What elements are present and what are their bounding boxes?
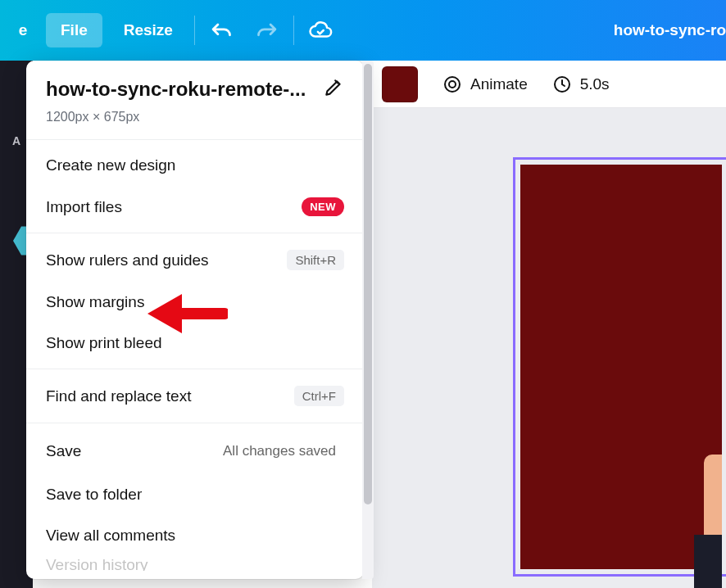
dropdown-header: how-to-sync-roku-remote-... 1200px × 675… — [26, 61, 364, 140]
pencil-icon — [323, 77, 344, 98]
menu-label: Import files — [46, 198, 302, 216]
menu-show-rulers[interactable]: Show rulers and guides Shift+R — [26, 238, 364, 282]
background-color-swatch[interactable] — [382, 66, 418, 102]
design-background[interactable] — [520, 165, 722, 569]
home-menu-button[interactable]: e — [8, 12, 38, 48]
clock-icon — [552, 75, 572, 94]
menu-save-to-folder[interactable]: Save to folder — [26, 474, 364, 515]
keyboard-shortcut: Ctrl+F — [294, 386, 344, 406]
document-title[interactable]: how-to-sync-ro — [599, 0, 726, 61]
toolbar-divider-2 — [293, 16, 294, 45]
new-badge: NEW — [302, 197, 344, 216]
menu-create-new-design[interactable]: Create new design — [26, 145, 364, 186]
home-glyph: e — [19, 21, 28, 39]
toolbar-divider — [194, 16, 195, 45]
menu-version-history[interactable]: Version history — [26, 556, 364, 571]
menu-label: Show rulers and guides — [46, 251, 287, 269]
menu-label: Find and replace text — [46, 387, 294, 405]
keyboard-shortcut: Shift+R — [287, 250, 344, 270]
svg-point-1 — [449, 81, 456, 88]
save-status: All changes saved — [215, 440, 344, 463]
menu-label: Version history — [46, 556, 344, 571]
resize-menu-button[interactable]: Resize — [109, 13, 188, 47]
menu-find-replace[interactable]: Find and replace text Ctrl+F — [26, 374, 364, 418]
top-bar: e File Resize how-to-sync-ro — [0, 0, 726, 61]
menu-label: Create new design — [46, 156, 344, 174]
illustration-suit — [694, 535, 722, 588]
design-name[interactable]: how-to-sync-roku-remote-... — [46, 78, 308, 101]
file-label: File — [61, 21, 88, 39]
duration-label: 5.0s — [580, 75, 610, 93]
redo-icon — [256, 19, 279, 42]
animate-icon — [442, 75, 462, 94]
secondary-toolbar: Animate 5.0s — [372, 61, 726, 108]
svg-point-0 — [445, 77, 460, 92]
menu-save[interactable]: Save All changes saved — [26, 428, 364, 474]
menu-label: Save to folder — [46, 486, 344, 504]
dropdown-scrollbar[interactable] — [362, 61, 374, 579]
sidebar-letter: A — [12, 134, 20, 147]
animate-label: Animate — [470, 75, 528, 93]
undo-icon — [210, 19, 233, 42]
resize-label: Resize — [124, 21, 173, 39]
document-title-text: how-to-sync-ro — [614, 21, 726, 39]
menu-label: View all comments — [46, 527, 344, 545]
scrollbar-thumb[interactable] — [364, 64, 372, 504]
menu-import-files[interactable]: Import files NEW — [26, 186, 364, 228]
menu-show-margins[interactable]: Show margins — [26, 282, 364, 323]
design-selection-frame[interactable] — [513, 157, 726, 577]
undo-button[interactable] — [203, 12, 239, 48]
cloud-check-icon — [308, 18, 333, 43]
file-dropdown-menu: how-to-sync-roku-remote-... 1200px × 675… — [26, 61, 364, 579]
rename-button[interactable] — [323, 77, 344, 102]
cloud-sync-button[interactable] — [302, 12, 338, 48]
menu-show-print-bleed[interactable]: Show print bleed — [26, 323, 364, 364]
menu-label: Save — [46, 442, 215, 460]
menu-label: Show margins — [46, 293, 344, 311]
menu-label: Show print bleed — [46, 334, 344, 352]
design-dimensions: 1200px × 675px — [46, 110, 344, 124]
menu-view-comments[interactable]: View all comments — [26, 515, 364, 556]
canvas-area[interactable] — [372, 108, 726, 588]
illustration-skin — [704, 455, 722, 540]
file-menu-button[interactable]: File — [46, 13, 102, 47]
duration-button[interactable]: 5.0s — [552, 75, 610, 94]
animate-button[interactable]: Animate — [442, 75, 528, 94]
redo-button[interactable] — [249, 12, 285, 48]
